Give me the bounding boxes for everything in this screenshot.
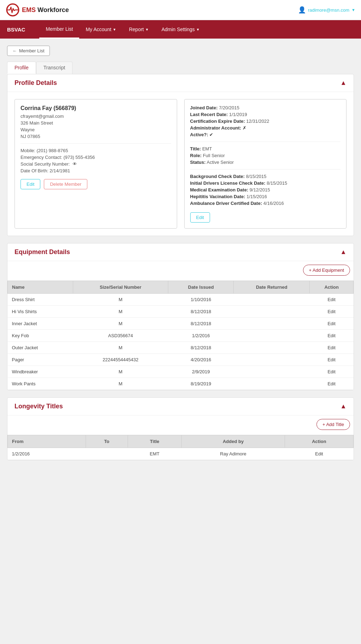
cert-expire-value: 12/31/2022 [246, 119, 269, 124]
right-divider1 [190, 142, 341, 142]
nav-report[interactable]: Report ▼ [123, 21, 155, 39]
role-value: Full Senior [203, 153, 225, 158]
lon-from: 1/2/2016 [8, 448, 86, 460]
drivers-label: Initial Drivers License Check Date: [190, 180, 266, 186]
equip-date-returned [234, 306, 310, 318]
tab-transcript[interactable]: Transcript [36, 62, 73, 74]
right-divider2 [190, 169, 341, 169]
equip-edit-button[interactable]: Edit [310, 318, 354, 330]
longevity-section-toggle[interactable]: ▲ [340, 403, 347, 410]
col-added-by: Added by [182, 435, 285, 448]
equipment-row: Windbreaker M 2/9/2019 Edit [8, 366, 354, 378]
hep-label: Hepititis Vacination Date: [190, 194, 245, 199]
top-bar: EMS Workforce 👤 radimore@msn.com ▼ [0, 0, 361, 20]
equip-edit-button[interactable]: Edit [310, 378, 354, 390]
member-email: cfrayemt@gmail.com [21, 114, 171, 119]
edit-member-button[interactable]: Edit [21, 179, 40, 189]
profile-left-card: Corrina Fay (566879) cfrayemt@gmail.com … [14, 99, 177, 229]
equip-date-issued: 1/10/2016 [168, 294, 234, 306]
main-content: ← Member List Profile Transcript Profile… [0, 39, 361, 475]
profile-section-toggle[interactable]: ▲ [340, 79, 347, 87]
equip-serial: M [73, 294, 168, 306]
equip-date-returned [234, 366, 310, 378]
profile-left-actions: Edit Delete Member [21, 179, 171, 189]
nav-bar: BSVAC Member List My Account ▼ Report ▼ … [0, 20, 361, 39]
my-account-caret: ▼ [113, 28, 116, 31]
add-title-button[interactable]: + Add Title [316, 419, 350, 430]
tab-profile[interactable]: Profile [7, 62, 36, 74]
longevity-add-row: + Add Title [7, 415, 354, 435]
longevity-table-header: From To Title Added by Action [8, 435, 354, 448]
lon-to [86, 448, 128, 460]
equip-name: Inner Jacket [8, 318, 73, 330]
profile-section-title: Profile Details [14, 79, 57, 87]
equip-edit-button[interactable]: Edit [310, 342, 354, 354]
col-action: Action [310, 281, 354, 294]
nav-member-list[interactable]: Member List [39, 21, 79, 39]
longevity-section-title: Longevity Titles [14, 403, 63, 410]
equip-edit-button[interactable]: Edit [310, 306, 354, 318]
equipment-section: Equipment Details ▲ + Add Equipment Name… [7, 243, 354, 390]
col-lon-action: Action [285, 435, 353, 448]
active-label: Active?: [190, 132, 208, 137]
role: Role: Full Senior [190, 153, 341, 158]
equip-edit-button[interactable]: Edit [310, 294, 354, 306]
lon-title: EMT [128, 448, 182, 460]
joined-date-value: 7/20/2015 [219, 105, 239, 110]
equip-date-issued: 8/12/2018 [168, 318, 234, 330]
drivers-check: Initial Drivers License Check Date: 8/15… [190, 180, 341, 186]
logo: EMS Workforce [6, 3, 69, 17]
col-serial: Size/Serial Number [73, 281, 168, 294]
user-email: radimore@msn.com [308, 7, 349, 13]
equip-name: Work Pants [8, 378, 73, 390]
lon-edit-button[interactable]: Edit [285, 448, 353, 460]
member-city: Wayne [21, 127, 171, 132]
col-name: Name [8, 281, 73, 294]
profile-section-header: Profile Details ▲ [7, 74, 354, 92]
equip-date-returned [234, 294, 310, 306]
joined-date-label: Joined Date: [190, 105, 218, 110]
delete-member-button[interactable]: Delete Member [44, 179, 87, 189]
user-dropdown-icon: ▼ [351, 8, 355, 12]
lon-added-by: Ray Adimore [182, 448, 285, 460]
equip-date-returned [234, 354, 310, 366]
user-info[interactable]: 👤 radimore@msn.com ▼ [298, 6, 355, 14]
equipment-section-title: Equipment Details [14, 248, 70, 256]
back-arrow-icon: ← [12, 48, 17, 53]
nav-links: Member List My Account ▼ Report ▼ Admin … [39, 21, 206, 39]
admin-label: Administrator Account: [190, 125, 241, 131]
member-address: 326 Main Street [21, 120, 171, 126]
equip-name: Outer Jacket [8, 342, 73, 354]
user-icon: 👤 [298, 6, 306, 14]
medical-label: Medical Examination Date: [190, 187, 249, 192]
nav-admin-settings[interactable]: Admin Settings ▼ [155, 21, 206, 39]
bg-check-value: 8/15/2015 [246, 174, 267, 179]
longevity-row: 1/2/2016 EMT Ray Adimore Edit [8, 448, 354, 460]
eye-icon: 👁 [72, 161, 77, 167]
equip-serial: 22244554445432 [73, 354, 168, 366]
equip-date-issued: 2/9/2019 [168, 366, 234, 378]
edit-right-card-button[interactable]: Edit [190, 212, 210, 223]
hep-vac: Hepititis Vacination Date: 1/15/2016 [190, 194, 341, 199]
active-value: ✔ [209, 132, 213, 137]
back-button-label: Member List [19, 48, 45, 53]
report-caret: ▼ [145, 28, 149, 31]
equipment-section-toggle[interactable]: ▲ [340, 248, 347, 256]
bg-check-label: Background Check Date: [190, 174, 245, 179]
equip-name: Pager [8, 354, 73, 366]
col-title: Title [128, 435, 182, 448]
member-emergency-contact: Emergency Contact: (973) 555-4356 [21, 155, 171, 160]
equip-date-issued: 8/12/2018 [168, 306, 234, 318]
bg-check: Background Check Date: 8/15/2015 [190, 174, 341, 179]
add-equipment-button[interactable]: + Add Equipment [303, 265, 350, 276]
equip-date-returned [234, 330, 310, 342]
back-button[interactable]: ← Member List [7, 46, 50, 56]
admin-account: Administrator Account: ✗ [190, 125, 341, 131]
last-recert: Last Recert Date: 1/1/2019 [190, 112, 341, 117]
equip-edit-button[interactable]: Edit [310, 330, 354, 342]
equip-edit-button[interactable]: Edit [310, 366, 354, 378]
status-value: Active Senior [206, 160, 234, 165]
nav-my-account[interactable]: My Account ▼ [79, 21, 122, 39]
equipment-row: Pager 22244554445432 4/20/2016 Edit [8, 354, 354, 366]
equip-edit-button[interactable]: Edit [310, 354, 354, 366]
